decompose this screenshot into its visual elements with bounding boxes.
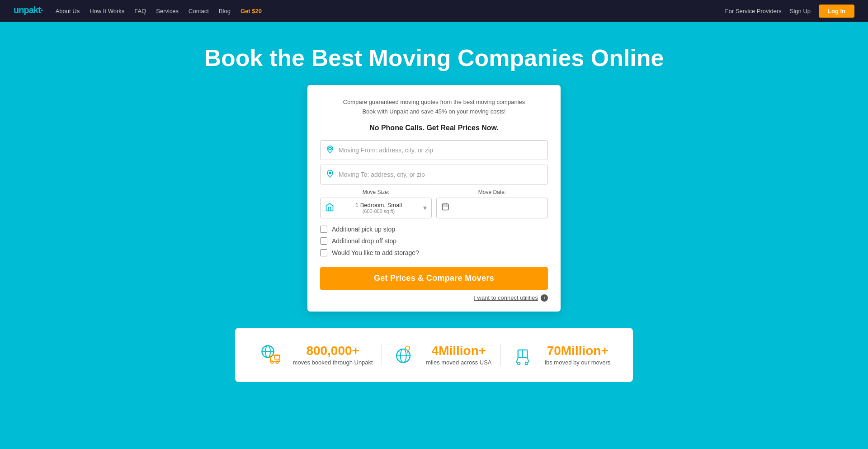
move-size-sub: (600-800 sq ft) [338,208,420,214]
booking-form-card: Compare guaranteed moving quotes from th… [307,85,561,312]
nav-blog[interactable]: Blog [219,8,231,14]
get-prices-button[interactable]: Get Prices & Compare Movers [320,267,548,290]
truck-globe-icon [258,341,285,369]
nav-get20[interactable]: Get $20 [241,8,262,14]
move-size-selector[interactable]: 1 Bedroom, Small (600-800 sq ft) ▾ [320,198,432,218]
storage-row[interactable]: Would You like to add storage? [320,249,548,256]
move-date-group: Move Date: May 08 [436,189,548,218]
hero-section: Book the Best Moving Companies Online Co… [0,22,868,400]
svg-rect-2 [442,204,448,210]
svg-point-0 [329,147,331,150]
svg-point-11 [271,361,274,364]
dropdown-arrow-icon: ▾ [423,203,427,212]
stat-lbs-text: 70Million+ lbs moved by our movers [545,344,610,366]
move-date-input[interactable]: May 08 [453,204,543,212]
house-icon [325,203,334,213]
info-icon[interactable]: i [541,294,548,302]
stat-divider-1 [382,344,382,366]
pickup-stop-label: Additional pick up stop [332,226,395,233]
moving-from-input[interactable] [339,147,542,154]
nav-about[interactable]: About Us [56,8,80,14]
globe-pin-icon [391,341,418,369]
svg-point-16 [406,346,410,350]
calendar-icon [441,203,449,213]
nav-left: unpakt· About Us How It Works FAQ Servic… [14,5,262,17]
nav-links: About Us How It Works FAQ Services Conta… [56,8,262,14]
moving-to-icon [326,170,334,180]
nav-faq[interactable]: FAQ [134,8,146,14]
nav-how-it-works[interactable]: How It Works [90,8,124,14]
stat-miles-desc: miles moved across USA [426,359,491,366]
utilities-row: I want to connect utilities i [320,294,548,302]
svg-point-20 [525,362,528,364]
cart-box-icon [509,341,537,369]
stat-bookings-text: 800,000+ moves booked through Unpakt [293,344,373,366]
move-size-group: Move Size: 1 Bedroom, Small (600-800 sq … [320,189,432,218]
dropoff-stop-row[interactable]: Additional drop off stop [320,237,548,245]
stat-divider-2 [500,344,501,366]
form-tagline: No Phone Calls. Get Real Prices Now. [320,124,548,132]
svg-point-12 [276,361,278,364]
stat-lbs-desc: lbs moved by our movers [545,359,610,366]
stat-bookings-number: 800,000+ [293,344,373,358]
dropoff-stop-label: Additional drop off stop [332,237,396,245]
moving-to-input[interactable] [339,171,542,178]
svg-point-1 [329,172,331,174]
pickup-stop-checkbox[interactable] [320,226,327,233]
pickup-stop-row[interactable]: Additional pick up stop [320,226,548,233]
move-date-label: Move Date: [436,189,548,195]
move-size-value: 1 Bedroom, Small [338,202,420,208]
moving-from-row [320,140,548,160]
nav-service-providers[interactable]: For Service Providers [725,8,782,14]
navbar: unpakt· About Us How It Works FAQ Servic… [0,0,868,22]
moving-from-icon [326,145,334,155]
nav-right: For Service Providers Sign Up Log In [725,5,854,18]
stat-miles-number: 4Million+ [426,344,491,358]
stat-lbs-number: 70Million+ [545,344,610,358]
svg-point-19 [518,362,520,364]
stat-miles-text: 4Million+ miles moved across USA [426,344,491,366]
stats-bar: 800,000+ moves booked through Unpakt 4Mi… [235,328,633,382]
stat-bookings-desc: moves booked through Unpakt [293,359,373,366]
moving-to-row [320,165,548,184]
hero-heading: Book the Best Moving Companies Online [9,44,859,71]
logo[interactable]: unpakt· [14,5,43,17]
move-size-label: Move Size: [320,189,432,195]
nav-services[interactable]: Services [156,8,179,14]
logo-text: unpakt [14,5,41,15]
storage-label: Would You like to add storage? [332,249,419,256]
login-button[interactable]: Log In [819,5,854,18]
nav-signup[interactable]: Sign Up [790,8,811,14]
stat-lbs: 70Million+ lbs moved by our movers [509,341,610,369]
nav-contact[interactable]: Contact [189,8,209,14]
move-date-selector[interactable]: May 08 [436,198,548,218]
form-subtitle: Compare guaranteed moving quotes from th… [320,98,548,117]
size-date-row: Move Size: 1 Bedroom, Small (600-800 sq … [320,189,548,218]
utilities-link[interactable]: I want to connect utilities [474,294,538,301]
stat-miles: 4Million+ miles moved across USA [391,341,491,369]
stat-bookings: 800,000+ moves booked through Unpakt [258,341,373,369]
storage-checkbox[interactable] [320,249,327,256]
dropoff-stop-checkbox[interactable] [320,237,327,245]
